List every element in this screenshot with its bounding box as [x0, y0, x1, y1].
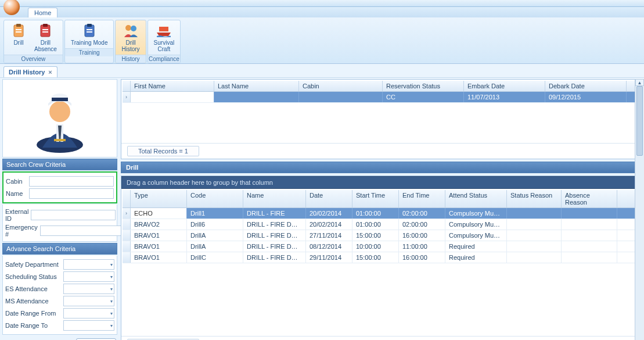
row-handle-header: [123, 81, 131, 91]
drill-grid-row[interactable]: BRAVO1DrillCDRILL - FIRE DRILL ...29/11/…: [123, 252, 640, 263]
cell: 02:00:00: [399, 219, 445, 230]
cell: Compulsory Must At...: [445, 230, 507, 241]
field-label: ES Attendance: [5, 285, 61, 292]
col-embark[interactable]: Embark Date: [464, 81, 545, 91]
row-handle[interactable]: [123, 230, 131, 241]
col-start[interactable]: Start Time: [352, 190, 399, 207]
cell: 11:00:00: [399, 241, 445, 252]
col-absence-reason[interactable]: Absence Reason: [562, 190, 617, 207]
cell: DRILL - FIRE: [243, 208, 306, 219]
cabin-input[interactable]: [29, 176, 114, 187]
cell: Compulsory Must At...: [445, 208, 507, 219]
col-res-status[interactable]: Reservation Status: [383, 81, 464, 91]
external-id-input[interactable]: [31, 210, 116, 220]
row-handle[interactable]: [123, 241, 131, 252]
cell: DrillA: [187, 230, 243, 241]
svg-rect-3: [16, 31, 21, 33]
col-last-name[interactable]: Last Name: [214, 81, 299, 91]
row-handle[interactable]: ›: [123, 92, 131, 102]
row-handle[interactable]: ›: [123, 208, 131, 219]
col-code[interactable]: Code: [187, 190, 243, 207]
svg-rect-20: [54, 139, 66, 141]
svg-rect-9: [87, 24, 92, 27]
cell: Drill6: [187, 219, 243, 230]
ribbon-btn-drill[interactable]: Drill: [6, 22, 31, 53]
ribbon-group-label: Compliance: [148, 55, 181, 63]
svg-rect-14: [159, 27, 168, 31]
col-status-reason[interactable]: Status Reason: [507, 190, 562, 207]
col-cabin[interactable]: Cabin: [299, 81, 383, 91]
cell: 01:00:00: [352, 219, 399, 230]
date-range-to-combo[interactable]: ▾: [63, 320, 114, 331]
row-handle[interactable]: [123, 252, 131, 263]
close-icon[interactable]: ×: [48, 69, 52, 76]
svg-point-12: [125, 25, 131, 31]
col-first-name[interactable]: First Name: [131, 81, 214, 91]
es-attendance-combo[interactable]: ▾: [63, 284, 114, 294]
field-row-name: Name: [6, 188, 114, 199]
svg-rect-1: [16, 24, 21, 27]
svg-rect-5: [43, 24, 48, 27]
svg-point-17: [49, 101, 70, 122]
cell: Required: [445, 252, 507, 263]
ribbon-btn-label: Drill Absence: [34, 40, 57, 52]
crew-grid-row[interactable]: › CC 11/07/2013 09/12/2015: [123, 92, 640, 103]
scheduling-status-combo[interactable]: ▾: [63, 271, 114, 282]
date-range-from-combo[interactable]: ▾: [63, 308, 114, 318]
drill-grid-row[interactable]: BRAVO2Drill6DRILL - FIRE DRILL20/02/2014…: [123, 219, 640, 230]
ribbon-btn-label: Training Mode: [71, 40, 108, 46]
field-row-es-attendance: ES Attendance▾: [5, 284, 114, 294]
row-handle[interactable]: [123, 219, 131, 230]
cell: [562, 208, 617, 219]
cell: 20/02/2014: [306, 219, 352, 230]
advance-fields: Safety Department▾Scheduling Status▾ES A…: [2, 256, 117, 335]
col-debark[interactable]: Debark Date: [545, 81, 627, 91]
safety-department-combo[interactable]: ▾: [63, 259, 114, 270]
cell-embark: 11/07/2013: [464, 92, 545, 102]
cell: Drill1: [187, 208, 243, 219]
emergency--input[interactable]: [40, 226, 125, 236]
panel-header-advance: Advance Search Criteria: [2, 243, 117, 255]
cell: 27/11/2014: [306, 230, 352, 241]
col-attend[interactable]: Attend Status: [445, 190, 507, 207]
group-by-hint[interactable]: Drag a column header here to group by th…: [121, 176, 641, 189]
drill-grid-row[interactable]: BRAVO1DrillADRILL - FIRE DRILL ...27/11/…: [123, 230, 640, 241]
ribbon-btn-drill-history[interactable]: Drill History: [118, 22, 143, 53]
tab-home[interactable]: Home: [28, 8, 57, 17]
cell-cabin: [299, 92, 383, 102]
left-panel: Search Crew Criteria CabinName External …: [2, 79, 117, 340]
ribbon-group-training: Training ModeTraining: [64, 20, 114, 63]
ribbon-btn-training-mode[interactable]: Training Mode: [67, 22, 111, 47]
drill-grid-header: Type Code Name Date Start Time End Time …: [123, 190, 640, 208]
drill-grid-row[interactable]: BRAVO1DrillADRILL - FIRE DRILL ...08/12/…: [123, 241, 640, 252]
cell: BRAVO1: [131, 252, 187, 263]
field-row-safety-department: Safety Department▾: [5, 259, 114, 270]
cell: DRILL - FIRE DRILL ...: [243, 252, 306, 263]
cell: [507, 208, 562, 219]
search-primary-fields: CabinName: [2, 171, 117, 203]
col-end[interactable]: End Time: [399, 190, 445, 207]
ribbon-btn-drill-absence[interactable]: Drill Absence: [31, 22, 60, 53]
drill-grid-row[interactable]: ›ECHODrill1DRILL - FIRE20/02/201401:00:0…: [123, 208, 640, 219]
col-date[interactable]: Date: [306, 190, 352, 207]
vertical-scrollbar[interactable]: ▲ ▼: [635, 79, 644, 340]
doc-tab-drill-history[interactable]: Drill History ×: [3, 66, 57, 77]
chevron-down-icon: ▾: [110, 311, 113, 316]
cell: 20/02/2014: [306, 208, 352, 219]
cell: ECHO: [131, 208, 187, 219]
scroll-up-icon[interactable]: ▲: [635, 79, 644, 86]
name-input[interactable]: [29, 188, 114, 199]
col-type[interactable]: Type: [131, 190, 187, 207]
cell-status: CC: [383, 92, 464, 102]
field-row-ms-attendance: MS Attendance▾: [5, 296, 114, 306]
people-icon: [123, 23, 139, 39]
col-name[interactable]: Name: [243, 190, 306, 207]
cell: DrillC: [187, 252, 243, 263]
ribbon-btn-survival-craft[interactable]: Survival Craft: [150, 22, 178, 53]
scroll-thumb[interactable]: [636, 86, 643, 156]
ms-attendance-combo[interactable]: ▾: [63, 296, 114, 306]
field-row-scheduling-status: Scheduling Status▾: [5, 271, 114, 282]
svg-rect-2: [16, 29, 21, 30]
field-row-date-range-from: Date Range From▾: [5, 308, 114, 318]
ribbon-group-label: Training: [65, 48, 114, 56]
